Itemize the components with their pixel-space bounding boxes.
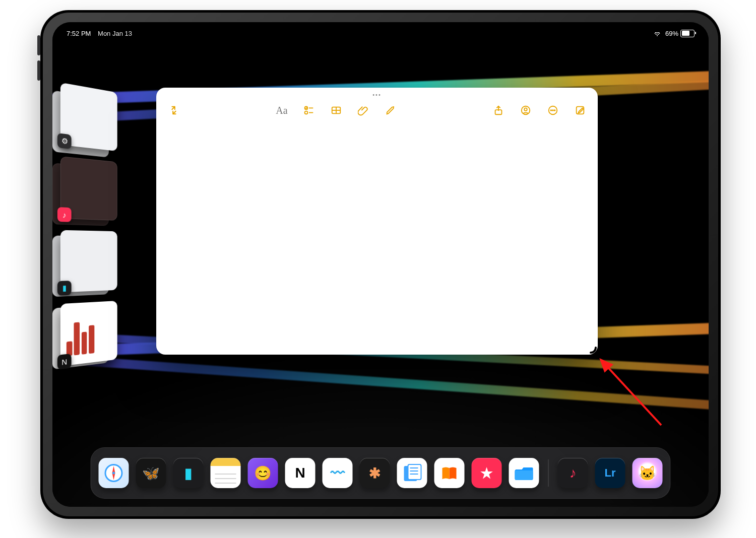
- share-icon: [493, 105, 504, 116]
- stage-pile-settings-pile[interactable]: ⚙︎: [60, 83, 117, 151]
- dock-app-notion[interactable]: N: [285, 458, 316, 488]
- status-bar: 7:52 PM Mon Jan 13 69%: [67, 27, 695, 39]
- status-date: Mon Jan 13: [98, 30, 132, 37]
- stage-pile-notion-pile[interactable]: N: [60, 301, 117, 366]
- svg-point-9: [524, 108, 527, 111]
- svg-point-11: [550, 110, 551, 111]
- svg-rect-20: [408, 464, 421, 480]
- dock-app-playground[interactable]: 🐱: [633, 458, 663, 488]
- svg-point-12: [552, 110, 553, 111]
- dock-app-mind[interactable]: 😊: [248, 458, 278, 488]
- dock-app-claude[interactable]: ✱: [360, 458, 390, 488]
- collapse-sidebar-button[interactable]: [167, 104, 180, 117]
- dock-app-notes[interactable]: [211, 458, 241, 488]
- dock-app-lightroom[interactable]: Lr: [595, 458, 625, 488]
- format-button[interactable]: Aa: [275, 104, 288, 117]
- format-icon: Aa: [276, 105, 287, 116]
- ipad-device-frame: 7:52 PM Mon Jan 13 69% ⚙︎♪▮N •••: [40, 10, 721, 519]
- compose-button[interactable]: [574, 104, 587, 117]
- stage-pile-music-pile[interactable]: ♪: [60, 156, 117, 221]
- stage-pile-badge: ♪: [57, 207, 72, 222]
- battery-percent: 69%: [665, 30, 678, 37]
- dock-app-cursor[interactable]: ▮: [173, 458, 204, 488]
- stage-pile-blank-pile[interactable]: ▮: [60, 230, 117, 293]
- dock-app-safari[interactable]: [99, 458, 129, 488]
- wifi-icon: [653, 30, 661, 36]
- battery-indicator: 69%: [665, 30, 695, 37]
- share-button[interactable]: [492, 104, 505, 117]
- stage-manager-strip: ⚙︎♪▮N: [59, 88, 130, 416]
- multitask-dots-icon[interactable]: •••: [372, 92, 382, 98]
- resize-handle-icon: [589, 346, 601, 358]
- ipad-screen: 7:52 PM Mon Jan 13 69% ⚙︎♪▮N •••: [52, 22, 709, 507]
- dock-app-files[interactable]: [509, 458, 539, 488]
- checklist-button[interactable]: [302, 104, 316, 117]
- markup-button[interactable]: [384, 104, 397, 117]
- table-button[interactable]: [330, 104, 343, 117]
- notes-toolbar: Aa: [156, 101, 598, 120]
- dock-app-books[interactable]: [434, 458, 465, 488]
- attach-button[interactable]: [357, 104, 370, 117]
- collaborate-icon: [520, 105, 531, 116]
- compose-icon: [575, 105, 586, 116]
- dock: 🦋▮😊N〰︎✱★♪Lr🐱: [91, 447, 671, 499]
- window-resize-handle[interactable]: [589, 346, 601, 358]
- notes-window[interactable]: ••• Aa: [156, 88, 598, 355]
- table-icon: [331, 105, 342, 116]
- paperclip-icon: [358, 105, 369, 116]
- dock-app-bear[interactable]: 🦋: [136, 458, 166, 488]
- collapse-icon: [168, 105, 179, 116]
- svg-point-18: [112, 472, 115, 475]
- stage-pile-badge: ⚙︎: [57, 133, 72, 149]
- stage-pile-badge: N: [57, 354, 72, 370]
- dock-divider: [548, 459, 549, 487]
- svg-point-2: [305, 111, 308, 114]
- markup-icon: [385, 105, 396, 116]
- dock-app-freeform[interactable]: 〰︎: [323, 458, 353, 488]
- dock-app-star-app[interactable]: ★: [472, 458, 502, 488]
- more-button[interactable]: [546, 104, 559, 117]
- dock-app-music[interactable]: ♪: [558, 458, 588, 488]
- more-icon: [547, 105, 558, 116]
- status-time: 7:52 PM: [67, 30, 91, 37]
- stage-pile-badge: ▮: [57, 281, 72, 296]
- svg-point-13: [554, 110, 555, 111]
- collaborate-button[interactable]: [519, 104, 532, 117]
- svg-rect-24: [515, 470, 533, 480]
- checklist-icon: [303, 105, 314, 116]
- dock-app-news[interactable]: [397, 458, 427, 488]
